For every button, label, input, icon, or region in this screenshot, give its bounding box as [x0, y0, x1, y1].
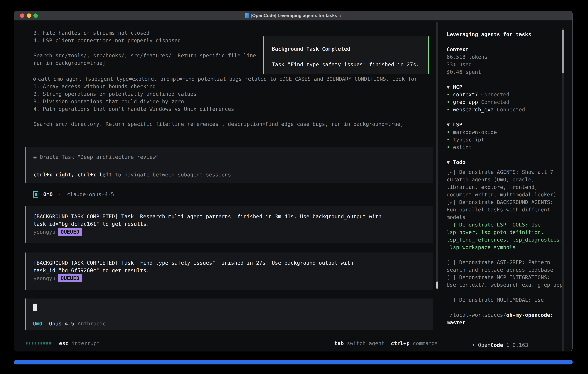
- terminal-line: Search src/tools/, src/hooks/, src/featu…: [33, 52, 256, 59]
- workspace-info: ~/local-workspaces/oh-my-opencode: maste…: [447, 311, 564, 326]
- app-version: 1.0.163: [503, 342, 528, 348]
- spacer: [385, 340, 391, 346]
- todo-line: models: [447, 213, 564, 221]
- agent-model: · claude-opus-4-5: [58, 191, 114, 198]
- context-heading: Context: [447, 46, 564, 53]
- task-line-2: task_id="bg_6f59260c" to get results.: [33, 267, 433, 274]
- branch-name: master: [447, 320, 465, 325]
- ctrlp-action-label: commands: [413, 340, 438, 346]
- terminal-line: 2. String operations on potentially unde…: [33, 90, 234, 98]
- chevron-down-icon: ▼: [447, 159, 450, 165]
- zoom-button[interactable]: [33, 13, 38, 18]
- tool-call-line: ⚙call_omo_agent [subagent_type=explore, …: [33, 75, 417, 83]
- mcp-item: • websearch_exa Connected: [447, 106, 564, 113]
- todo-line: [ ] Demonstrate MULTIMODAL: Use: [447, 296, 564, 304]
- notification-title: Background Task Completed: [272, 45, 428, 53]
- todo-line: [✓] Demonstrate BACKGROUND AGENTS:: [447, 198, 564, 206]
- todo-item-active: [ ] Demonstrate LSP TOOLS: Uselsp_hover,…: [447, 221, 564, 251]
- bullet-icon: •: [447, 129, 450, 135]
- tab-action-label: switch agent: [347, 340, 384, 346]
- prompt-input[interactable]: OmO Opus 4.5 Anthropic: [25, 299, 433, 330]
- desktop: [OpenCode] Leveraging agents for tasks ◐…: [0, 0, 588, 374]
- todo-line: [ ] Demonstrate AST-GREP: Pattern: [447, 259, 564, 266]
- lsp-heading[interactable]: ▼ LSP: [447, 121, 564, 128]
- esc-action-label: interrupt: [72, 340, 100, 346]
- task-meta-row: yeongyu QUEUED: [33, 274, 433, 282]
- oracle-title-text: Oracle Task "Deep architecture review": [40, 154, 159, 160]
- minimize-button[interactable]: [27, 13, 31, 18]
- mcp-section: ▼ MCP • context7 Connected• grep_app Con…: [447, 83, 564, 113]
- mcp-item: • grep_app Connected: [447, 98, 564, 106]
- mcp-status: Connected: [497, 107, 525, 113]
- titlebar[interactable]: [OpenCode] Leveraging agents for tasks ◐: [14, 11, 572, 21]
- spinner-dot: [41, 342, 42, 344]
- mcp-heading[interactable]: ▼ MCP: [447, 83, 564, 91]
- spinner-dot: [43, 342, 45, 344]
- todo-line: [ ] Demonstrate LSP TOOLS: Use: [447, 221, 564, 229]
- status-bar-right: tab switch agent ctrl+p commands: [334, 339, 438, 347]
- mcp-name: websearch_exa: [453, 107, 494, 113]
- status-badge: QUEUED: [58, 228, 82, 236]
- terminal-line: 1. Array access without bounds checking: [33, 83, 234, 90]
- todo-item-pending: [ ] Demonstrate MULTIMODAL: Use: [447, 296, 564, 304]
- tool-call-prompt-lines: 1. Array access without bounds checking2…: [33, 83, 234, 113]
- spinner-dot: [49, 342, 51, 344]
- spinner-dot: [32, 342, 33, 344]
- todo-line: lsp_hover, lsp_goto_definition,: [447, 229, 564, 236]
- main-scrollbar-thumb[interactable]: [436, 281, 438, 289]
- spinner-dot: [38, 342, 39, 344]
- context-used: 33% used: [447, 61, 564, 68]
- todo-line: Run parallel tasks with different: [447, 206, 564, 213]
- window-bottom-accent-bar: [14, 360, 573, 364]
- oracle-hint-keys: ctrl+x right, ctrl+x left: [33, 172, 112, 177]
- bullet-icon: •: [447, 92, 450, 97]
- lsp-name: markdown-oxide: [453, 129, 497, 135]
- input-provider-label: Anthropic: [78, 320, 106, 327]
- terminal-line: 4. LSP client connections not properly d…: [33, 37, 256, 44]
- notification-body: Task "Find type safety issues" finished …: [272, 61, 428, 68]
- terminal-line: run_in_background=true]: [33, 59, 256, 67]
- version-row: • OpenCode 1.0.163: [447, 334, 564, 352]
- tab-key-hint: tab: [334, 340, 344, 346]
- todo-item-pending: [ ] Demonstrate MCP INTEGRATIONS:Use con…: [447, 274, 564, 289]
- mcp-status: Connected: [481, 92, 509, 97]
- mcp-name: grep_app: [453, 99, 478, 105]
- spinner-icon: [26, 342, 51, 344]
- esc-key-hint: esc: [59, 340, 68, 346]
- todo-item-done: [✓] Demonstrate AGENTS: Show all 7curate…: [447, 168, 564, 198]
- main-scrollbar[interactable]: [436, 22, 438, 289]
- mcp-item-list: • context7 Connected• grep_app Connected…: [447, 91, 564, 113]
- ctrlp-key-hint: ctrl+p: [391, 340, 410, 346]
- todo-line: [✓] Demonstrate AGENTS: Show all 7: [447, 168, 564, 176]
- todo-item-pending: [ ] Demonstrate AST-GREP: Patternsearch …: [447, 259, 564, 274]
- todo-item-done: [✓] Demonstrate BACKGROUND AGENTS:Run pa…: [447, 198, 564, 221]
- spacer: [344, 340, 347, 346]
- agent-header: OmO · claude-opus-4-5: [33, 191, 114, 198]
- mcp-heading-label: MCP: [453, 84, 462, 90]
- tool-call-search-line: Search src/ directory. Return specific f…: [33, 120, 404, 128]
- workspace-branch: master: [447, 319, 564, 326]
- oracle-task-box[interactable]: ◉ Oracle Task "Deep architecture review"…: [25, 147, 433, 183]
- context-spent: $0.46 spent: [447, 68, 564, 76]
- background-task-card[interactable]: [BACKGROUND TASK COMPLETED] Task "Resear…: [25, 206, 433, 243]
- bullet-icon: •: [447, 107, 450, 113]
- document-icon: [245, 13, 249, 18]
- terminal-line: 3. File handles or streams not closed: [33, 29, 256, 37]
- tool-call-text: call_omo_agent [subagent_type=explore, p…: [38, 76, 417, 82]
- todo-line: lsp_workspace_symbols: [447, 244, 564, 251]
- status-badge: QUEUED: [58, 274, 82, 282]
- oracle-hint-rest: to navigate between subagent sessions: [112, 172, 231, 177]
- todo-heading[interactable]: ▼ Todo: [447, 158, 564, 166]
- sidebar-session-title: Leveraging agents for tasks: [447, 31, 564, 38]
- mcp-name: context7: [453, 92, 478, 97]
- close-button[interactable]: [20, 13, 24, 18]
- background-task-card[interactable]: [BACKGROUND TASK COMPLETED] Task "Find t…: [25, 252, 433, 290]
- window-title: [OpenCode] Leveraging agents for tasks ◐: [245, 13, 342, 18]
- input-model-label: Opus 4.5: [49, 320, 74, 327]
- todo-line: document-writer, multimodal-looker): [447, 191, 564, 198]
- session-busy-icon: ◐: [339, 13, 342, 18]
- app-name-normal: Open: [478, 342, 491, 348]
- todo-line: lsp_find_references, lsp_diagnostics,: [447, 236, 564, 244]
- oracle-hint: ctrl+x right, ctrl+x left to navigate be…: [33, 171, 433, 178]
- mcp-status: Connected: [481, 99, 509, 105]
